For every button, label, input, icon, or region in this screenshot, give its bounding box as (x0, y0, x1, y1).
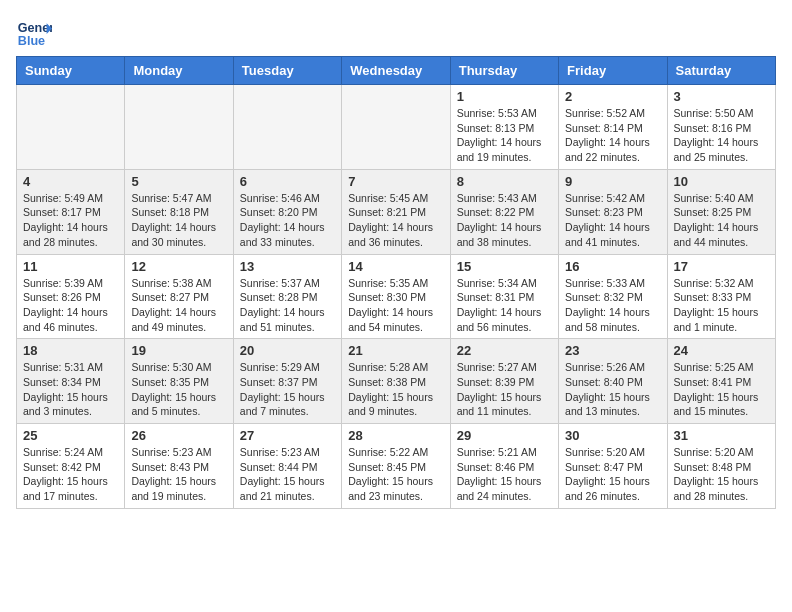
day-info: Sunrise: 5:20 AM Sunset: 8:48 PM Dayligh… (674, 445, 769, 504)
day-info: Sunrise: 5:26 AM Sunset: 8:40 PM Dayligh… (565, 360, 660, 419)
calendar-cell: 16Sunrise: 5:33 AM Sunset: 8:32 PM Dayli… (559, 254, 667, 339)
day-number: 11 (23, 259, 118, 274)
calendar-cell: 24Sunrise: 5:25 AM Sunset: 8:41 PM Dayli… (667, 339, 775, 424)
calendar-cell: 3Sunrise: 5:50 AM Sunset: 8:16 PM Daylig… (667, 85, 775, 170)
day-number: 26 (131, 428, 226, 443)
day-header-tuesday: Tuesday (233, 57, 341, 85)
calendar-cell: 22Sunrise: 5:27 AM Sunset: 8:39 PM Dayli… (450, 339, 558, 424)
calendar-cell: 20Sunrise: 5:29 AM Sunset: 8:37 PM Dayli… (233, 339, 341, 424)
day-info: Sunrise: 5:21 AM Sunset: 8:46 PM Dayligh… (457, 445, 552, 504)
day-number: 31 (674, 428, 769, 443)
day-info: Sunrise: 5:46 AM Sunset: 8:20 PM Dayligh… (240, 191, 335, 250)
day-info: Sunrise: 5:39 AM Sunset: 8:26 PM Dayligh… (23, 276, 118, 335)
day-number: 19 (131, 343, 226, 358)
calendar-week-row: 11Sunrise: 5:39 AM Sunset: 8:26 PM Dayli… (17, 254, 776, 339)
calendar-cell: 30Sunrise: 5:20 AM Sunset: 8:47 PM Dayli… (559, 424, 667, 509)
day-info: Sunrise: 5:29 AM Sunset: 8:37 PM Dayligh… (240, 360, 335, 419)
day-number: 16 (565, 259, 660, 274)
calendar-cell: 18Sunrise: 5:31 AM Sunset: 8:34 PM Dayli… (17, 339, 125, 424)
day-number: 22 (457, 343, 552, 358)
day-info: Sunrise: 5:53 AM Sunset: 8:13 PM Dayligh… (457, 106, 552, 165)
day-info: Sunrise: 5:43 AM Sunset: 8:22 PM Dayligh… (457, 191, 552, 250)
day-info: Sunrise: 5:34 AM Sunset: 8:31 PM Dayligh… (457, 276, 552, 335)
day-number: 9 (565, 174, 660, 189)
calendar-week-row: 4Sunrise: 5:49 AM Sunset: 8:17 PM Daylig… (17, 169, 776, 254)
calendar-cell: 21Sunrise: 5:28 AM Sunset: 8:38 PM Dayli… (342, 339, 450, 424)
calendar-cell: 5Sunrise: 5:47 AM Sunset: 8:18 PM Daylig… (125, 169, 233, 254)
calendar-cell: 10Sunrise: 5:40 AM Sunset: 8:25 PM Dayli… (667, 169, 775, 254)
day-info: Sunrise: 5:35 AM Sunset: 8:30 PM Dayligh… (348, 276, 443, 335)
day-header-saturday: Saturday (667, 57, 775, 85)
day-info: Sunrise: 5:23 AM Sunset: 8:43 PM Dayligh… (131, 445, 226, 504)
calendar-cell (233, 85, 341, 170)
day-info: Sunrise: 5:42 AM Sunset: 8:23 PM Dayligh… (565, 191, 660, 250)
day-info: Sunrise: 5:50 AM Sunset: 8:16 PM Dayligh… (674, 106, 769, 165)
day-info: Sunrise: 5:30 AM Sunset: 8:35 PM Dayligh… (131, 360, 226, 419)
day-info: Sunrise: 5:47 AM Sunset: 8:18 PM Dayligh… (131, 191, 226, 250)
day-number: 13 (240, 259, 335, 274)
calendar-cell: 14Sunrise: 5:35 AM Sunset: 8:30 PM Dayli… (342, 254, 450, 339)
calendar-cell: 7Sunrise: 5:45 AM Sunset: 8:21 PM Daylig… (342, 169, 450, 254)
calendar-cell: 2Sunrise: 5:52 AM Sunset: 8:14 PM Daylig… (559, 85, 667, 170)
day-number: 4 (23, 174, 118, 189)
day-info: Sunrise: 5:23 AM Sunset: 8:44 PM Dayligh… (240, 445, 335, 504)
day-number: 25 (23, 428, 118, 443)
calendar-cell: 26Sunrise: 5:23 AM Sunset: 8:43 PM Dayli… (125, 424, 233, 509)
day-header-monday: Monday (125, 57, 233, 85)
day-number: 6 (240, 174, 335, 189)
day-info: Sunrise: 5:38 AM Sunset: 8:27 PM Dayligh… (131, 276, 226, 335)
day-info: Sunrise: 5:52 AM Sunset: 8:14 PM Dayligh… (565, 106, 660, 165)
day-info: Sunrise: 5:37 AM Sunset: 8:28 PM Dayligh… (240, 276, 335, 335)
day-number: 1 (457, 89, 552, 104)
calendar-cell: 23Sunrise: 5:26 AM Sunset: 8:40 PM Dayli… (559, 339, 667, 424)
day-number: 10 (674, 174, 769, 189)
day-info: Sunrise: 5:33 AM Sunset: 8:32 PM Dayligh… (565, 276, 660, 335)
day-info: Sunrise: 5:49 AM Sunset: 8:17 PM Dayligh… (23, 191, 118, 250)
svg-text:Blue: Blue (18, 34, 45, 48)
calendar-week-row: 25Sunrise: 5:24 AM Sunset: 8:42 PM Dayli… (17, 424, 776, 509)
calendar-week-row: 18Sunrise: 5:31 AM Sunset: 8:34 PM Dayli… (17, 339, 776, 424)
day-number: 30 (565, 428, 660, 443)
calendar-table: SundayMondayTuesdayWednesdayThursdayFrid… (16, 56, 776, 509)
day-info: Sunrise: 5:22 AM Sunset: 8:45 PM Dayligh… (348, 445, 443, 504)
logo-icon: General Blue (16, 16, 52, 52)
calendar-cell: 19Sunrise: 5:30 AM Sunset: 8:35 PM Dayli… (125, 339, 233, 424)
day-number: 2 (565, 89, 660, 104)
calendar-cell: 4Sunrise: 5:49 AM Sunset: 8:17 PM Daylig… (17, 169, 125, 254)
calendar-cell: 6Sunrise: 5:46 AM Sunset: 8:20 PM Daylig… (233, 169, 341, 254)
calendar-cell (125, 85, 233, 170)
day-header-wednesday: Wednesday (342, 57, 450, 85)
calendar-cell: 25Sunrise: 5:24 AM Sunset: 8:42 PM Dayli… (17, 424, 125, 509)
calendar-cell: 28Sunrise: 5:22 AM Sunset: 8:45 PM Dayli… (342, 424, 450, 509)
day-info: Sunrise: 5:25 AM Sunset: 8:41 PM Dayligh… (674, 360, 769, 419)
calendar-cell: 12Sunrise: 5:38 AM Sunset: 8:27 PM Dayli… (125, 254, 233, 339)
day-number: 20 (240, 343, 335, 358)
day-info: Sunrise: 5:24 AM Sunset: 8:42 PM Dayligh… (23, 445, 118, 504)
calendar-cell: 15Sunrise: 5:34 AM Sunset: 8:31 PM Dayli… (450, 254, 558, 339)
day-number: 29 (457, 428, 552, 443)
day-number: 12 (131, 259, 226, 274)
day-info: Sunrise: 5:27 AM Sunset: 8:39 PM Dayligh… (457, 360, 552, 419)
day-number: 27 (240, 428, 335, 443)
day-number: 15 (457, 259, 552, 274)
day-header-thursday: Thursday (450, 57, 558, 85)
day-number: 28 (348, 428, 443, 443)
day-info: Sunrise: 5:20 AM Sunset: 8:47 PM Dayligh… (565, 445, 660, 504)
day-number: 21 (348, 343, 443, 358)
day-info: Sunrise: 5:28 AM Sunset: 8:38 PM Dayligh… (348, 360, 443, 419)
day-header-friday: Friday (559, 57, 667, 85)
logo: General Blue (16, 16, 56, 52)
calendar-cell (342, 85, 450, 170)
calendar-cell: 31Sunrise: 5:20 AM Sunset: 8:48 PM Dayli… (667, 424, 775, 509)
calendar-cell: 1Sunrise: 5:53 AM Sunset: 8:13 PM Daylig… (450, 85, 558, 170)
page-header: General Blue (16, 16, 776, 52)
day-info: Sunrise: 5:32 AM Sunset: 8:33 PM Dayligh… (674, 276, 769, 335)
calendar-cell (17, 85, 125, 170)
day-number: 24 (674, 343, 769, 358)
day-info: Sunrise: 5:45 AM Sunset: 8:21 PM Dayligh… (348, 191, 443, 250)
day-number: 18 (23, 343, 118, 358)
calendar-cell: 29Sunrise: 5:21 AM Sunset: 8:46 PM Dayli… (450, 424, 558, 509)
calendar-cell: 11Sunrise: 5:39 AM Sunset: 8:26 PM Dayli… (17, 254, 125, 339)
day-info: Sunrise: 5:40 AM Sunset: 8:25 PM Dayligh… (674, 191, 769, 250)
day-info: Sunrise: 5:31 AM Sunset: 8:34 PM Dayligh… (23, 360, 118, 419)
